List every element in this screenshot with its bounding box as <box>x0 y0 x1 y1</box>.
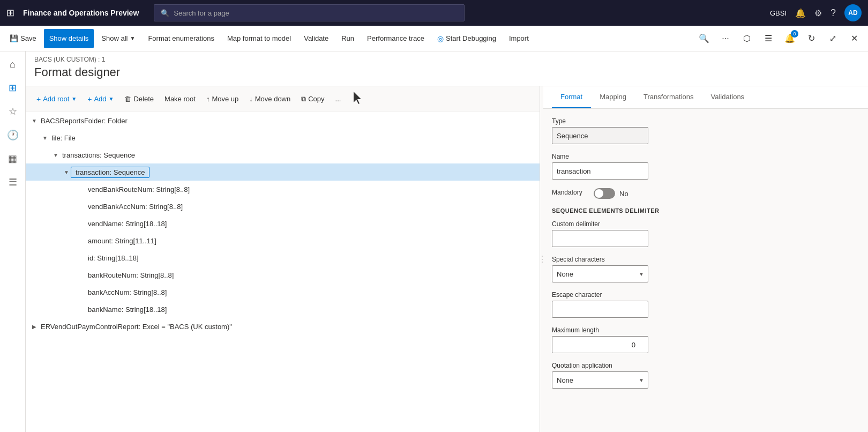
copy-icon: ⧉ <box>301 95 306 103</box>
move-down-button[interactable]: ↓ Move down <box>245 93 295 105</box>
move-up-button[interactable]: ↑ Move up <box>202 93 243 105</box>
start-debugging-button[interactable]: ◎ Start Debugging <box>432 29 502 48</box>
copy-button[interactable]: ⧉ Copy <box>297 93 328 106</box>
tree-node-transaction[interactable]: ▼ transaction: Sequence <box>26 163 540 181</box>
tree-node-bankAccNum[interactable]: ▶ bankAccNum: String[8..8] <box>26 284 540 301</box>
tree-node-root[interactable]: ▼ BACSReportsFolder: Folder <box>26 112 540 129</box>
search-cmd-icon[interactable]: 🔍 <box>694 29 714 48</box>
tree-node-vendBankRouteNum[interactable]: ▶ vendBankRouteNum: String[8..8] <box>26 181 540 198</box>
debug-icon: ◎ <box>437 34 444 43</box>
bell-icon[interactable]: 🔔 <box>795 8 806 18</box>
cmd-right-icons: 🔍 ··· ⬡ ☰ 🔔 0 ↻ ⤢ ✕ <box>694 29 864 48</box>
custom-delimiter-label: Custom delimiter <box>552 220 859 228</box>
delete-button[interactable]: 🗑 Delete <box>120 93 158 105</box>
name-label: Name <box>552 153 859 160</box>
avatar[interactable]: AD <box>844 4 862 21</box>
more-button[interactable]: ... <box>331 93 346 105</box>
content-area: + Add root ▼ + Add ▼ 🗑 Delete Make ro <box>26 86 868 432</box>
type-label: Type <box>552 117 859 125</box>
escape-char-input[interactable] <box>552 301 648 318</box>
quotation-select[interactable]: None All Strings only <box>552 371 648 389</box>
nav-home[interactable]: ⌂ <box>2 54 24 75</box>
waffle-icon[interactable]: ⊞ <box>6 7 14 19</box>
expand-icon-transactions[interactable]: ▼ <box>51 151 60 159</box>
special-characters-select[interactable]: None CR LF CRLF <box>552 265 648 282</box>
custom-delimiter-field-group: Custom delimiter <box>552 220 859 247</box>
tab-transformations[interactable]: Transformations <box>635 86 702 108</box>
mandatory-toggle[interactable] <box>594 188 615 199</box>
expand-icon-ervendout[interactable]: ▶ <box>30 322 39 331</box>
max-length-input[interactable] <box>552 336 648 353</box>
show-all-button[interactable]: Show all ▼ <box>96 29 140 48</box>
delimiter-section-header: SEQUENCE ELEMENTS DELIMITER <box>552 207 859 214</box>
tree-node-transactions[interactable]: ▼ transactions: Sequence <box>26 146 540 163</box>
nav-list[interactable]: ☰ <box>2 172 24 193</box>
expand-icon-transaction[interactable]: ▼ <box>62 168 71 176</box>
notification-icon[interactable]: 🔔 0 <box>780 29 799 48</box>
quotation-wrapper: None All Strings only ▼ <box>552 371 648 389</box>
search-box[interactable]: 🔍 Search for a page <box>154 4 465 21</box>
type-input[interactable] <box>552 127 648 144</box>
format-enumerations-button[interactable]: Format enumerations <box>143 29 220 48</box>
custom-delimiter-input[interactable] <box>552 230 648 247</box>
show-details-button[interactable]: Show details <box>44 29 94 48</box>
refresh-icon[interactable]: ↻ <box>802 29 821 48</box>
nav-recent[interactable]: 🕐 <box>2 124 24 146</box>
connections-icon[interactable]: ⬡ <box>737 29 757 48</box>
tree-node-bankName[interactable]: ▶ bankName: String[18..18] <box>26 301 540 318</box>
close-icon[interactable]: ✕ <box>844 29 864 48</box>
nav-star[interactable]: ☆ <box>2 101 24 122</box>
escape-char-field-group: Escape character <box>552 291 859 318</box>
settings-icon[interactable]: ⚙ <box>814 8 822 18</box>
tree-node-vendBankAccNum[interactable]: ▶ vendBankAccNum: String[8..8] <box>26 198 540 215</box>
main-layout: ⌂ ⊞ ☆ 🕐 ▦ ☰ BACS (UK CUSTOM) : 1 Format … <box>0 51 868 432</box>
help-icon[interactable]: ? <box>830 8 836 19</box>
nav-filter[interactable]: ⊞ <box>2 77 24 99</box>
panel-body: Type Name Mandatory No <box>543 109 868 432</box>
tree-node-id[interactable]: ▶ id: String[18..18] <box>26 249 540 266</box>
make-root-button[interactable]: Make root <box>160 93 200 105</box>
move-up-icon: ↑ <box>206 95 210 103</box>
sidebar-toggle-icon[interactable]: ☰ <box>759 29 778 48</box>
move-down-icon: ↓ <box>249 95 253 103</box>
topbar-right: GBSI 🔔 ⚙ ? AD <box>770 4 862 21</box>
tree-node-vendName[interactable]: ▶ vendName: String[18..18] <box>26 215 540 232</box>
breadcrumb: BACS (UK CUSTOM) : 1 <box>34 56 859 63</box>
run-button[interactable]: Run <box>336 29 360 48</box>
show-all-caret: ▼ <box>130 35 136 41</box>
tab-validations[interactable]: Validations <box>702 86 753 108</box>
tree-area[interactable]: ▼ BACSReportsFolder: Folder ▼ file: File… <box>26 112 540 432</box>
page-header: BACS (UK CUSTOM) : 1 Format designer <box>26 51 868 86</box>
add-plus-icon: + <box>87 95 92 103</box>
expand-icon-file[interactable]: ▼ <box>41 133 49 142</box>
right-panel: Format Mapping Transformations Validatio… <box>543 86 868 432</box>
expand-icon-root[interactable]: ▼ <box>30 116 39 125</box>
validate-button[interactable]: Validate <box>298 29 334 48</box>
tree-section: + Add root ▼ + Add ▼ 🗑 Delete Make ro <box>26 86 540 432</box>
tab-format[interactable]: Format <box>552 86 591 108</box>
tree-node-bankRouteNum[interactable]: ▶ bankRouteNum: String[8..8] <box>26 266 540 284</box>
delete-icon: 🗑 <box>124 95 131 103</box>
tree-node-file[interactable]: ▼ file: File <box>26 129 540 146</box>
main-content: BACS (UK CUSTOM) : 1 Format designer + A… <box>26 51 868 432</box>
performance-trace-button[interactable]: Performance trace <box>362 29 430 48</box>
tab-mapping[interactable]: Mapping <box>591 86 635 108</box>
nav-grid[interactable]: ▦ <box>2 148 24 169</box>
map-format-button[interactable]: Map format to model <box>222 29 296 48</box>
add-button[interactable]: + Add ▼ <box>83 93 118 106</box>
add-root-button[interactable]: + Add root ▼ <box>32 93 81 106</box>
name-input[interactable] <box>552 162 648 180</box>
import-button[interactable]: Import <box>504 29 534 48</box>
more-cmd-icon[interactable]: ··· <box>716 29 735 48</box>
add-root-caret: ▼ <box>71 96 77 102</box>
region-label: GBSI <box>770 9 787 17</box>
special-characters-field-group: Special characters None CR LF CRLF ▼ <box>552 256 859 282</box>
tree-node-amount[interactable]: ▶ amount: String[11..11] <box>26 232 540 249</box>
tree-toolbar: + Add root ▼ + Add ▼ 🗑 Delete Make ro <box>26 86 540 112</box>
panel-tabs: Format Mapping Transformations Validatio… <box>543 86 868 109</box>
save-button[interactable]: 💾 Save <box>4 29 42 48</box>
quotation-label: Quotation application <box>552 362 859 369</box>
tree-node-ervendout[interactable]: ▶ ERVendOutPaymControlReport: Excel = "B… <box>26 318 540 335</box>
expand-icon[interactable]: ⤢ <box>823 29 842 48</box>
mandatory-value: No <box>619 190 628 198</box>
